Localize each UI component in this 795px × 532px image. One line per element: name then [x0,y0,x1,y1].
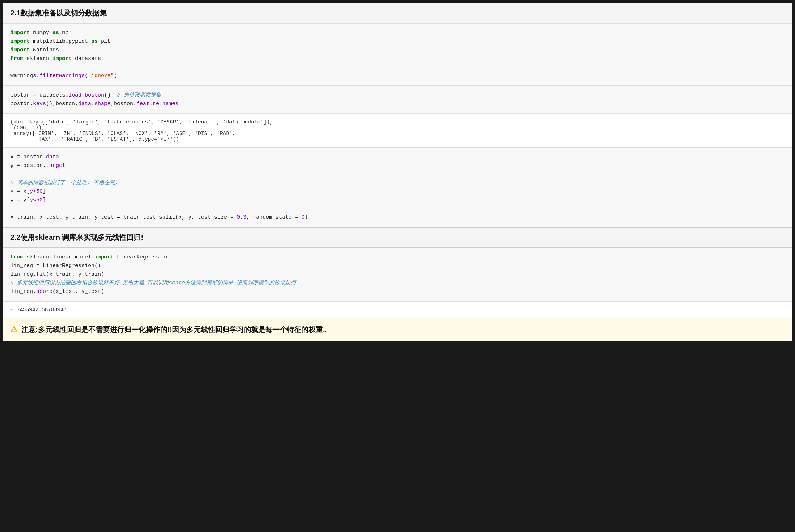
keyword: import [10,30,30,36]
code-text: boston. [10,101,33,107]
attribute: data [46,154,59,160]
warning-text: 注意:多元线性回归是不需要进行归一化操作的!!因为多元线性回归学习的就是每一个特… [21,325,327,335]
function: keys [33,101,46,107]
keyword: import [94,254,114,260]
code-text: ) [304,214,308,220]
comment: # 简单的对数据进行了一个处理. 不用在意. [10,180,118,186]
code-text: lin_reg. [10,289,36,295]
code-line: warnings.filterwarnings("ignore") [10,72,785,80]
code-line: import matplotlib.pyplot as plt [10,37,785,46]
attribute: data [78,101,91,107]
code-text: warnings [30,47,59,53]
attribute: feature_names [136,101,178,107]
attribute: y<50 [30,188,43,195]
code-line: boston.keys(),boston.data.shape,boston.f… [10,100,785,108]
code-line: lin_reg.score(x_test, y_test) [10,288,785,296]
notebook-container: 2.1数据集准备以及切分数据集 import numpy as np impor… [0,0,795,344]
code-text: ( [85,73,88,79]
code-text: x = x[ [10,188,30,195]
code-line: y = boston.target [10,162,785,170]
code-text: ,boston. [111,101,136,107]
code-line [10,63,785,72]
code-text: datasets [72,56,101,62]
code-line: # 多元线性回归没办法画图看拟合效果好不好,无伤大雅,可以调用score方法得到… [10,279,785,288]
code-text: sklearn.linear_model [23,254,94,260]
keyword: as [91,38,98,45]
code-text: LinearRegression [114,254,169,260]
warning-icon: ⚠ [10,325,18,334]
code-line: from sklearn.linear_model import LinearR… [10,253,785,262]
code-line: boston = datasets.load_boston() # 房价预测数据… [10,91,785,100]
output-cell-1: (dict_keys(['data', 'target', 'feature_n… [3,114,792,148]
function: load_boston [69,92,104,98]
code-line: y = y[y<50] [10,196,785,205]
code-text: y = boston. [10,163,46,169]
keyword: as [52,30,59,36]
code-cell-load-boston: boston = datasets.load_boston() # 房价预测数据… [3,86,792,114]
code-line: x_train, x_test, y_train, y_test = train… [10,213,785,222]
code-text: (x_test, y_test) [52,289,104,295]
code-line [10,205,785,213]
code-text: x_train, x_test, y_train, y_test = train… [10,214,237,220]
code-text: (x_train, y_train) [46,271,104,277]
code-text: () [104,92,117,98]
code-text: lin_reg = LinearRegression() [10,263,101,269]
comment: # 多元线性回归没办法画图看拟合效果好不好,无伤大雅,可以调用score方法得到… [10,280,296,286]
keyword: from [10,254,23,260]
code-text: ] [43,197,46,203]
keyword: import [52,56,72,62]
keyword: from [10,56,23,62]
number: 0 [301,214,304,220]
comment: # 房价预测数据集 [117,92,161,98]
code-cell-linear-regression: from sklearn.linear_model import LinearR… [3,248,792,302]
section1-title: 2.1数据集准备以及切分数据集 [10,9,107,17]
function: score [36,289,52,295]
code-text: , random_state = [246,214,301,220]
string: "ignore" [88,73,114,79]
function: fit [36,271,46,277]
code-text: numpy [30,30,52,36]
code-cell-imports: import numpy as np import matplotlib.pyp… [3,23,792,86]
section2-title: 2.2使用sklearn 调库来实现多元线性回归! [10,233,143,241]
code-line: import numpy as np [10,29,785,37]
section2-header: 2.2使用sklearn 调库来实现多元线性回归! [3,227,792,248]
attribute: shape [94,101,111,107]
code-line: lin_reg.fit(x_train, y_train) [10,270,785,279]
code-text: boston = datasets. [10,92,69,98]
code-line: import warnings [10,46,785,55]
keyword: import [10,47,30,53]
code-text: x = boston. [10,154,46,160]
code-text: matplotlib.pyplot [30,38,91,45]
code-text: lin_reg. [10,271,36,277]
attribute: target [46,163,65,169]
code-text: np [59,30,69,36]
code-cell-data-prep: x = boston.data y = boston.target # 简单的对… [3,148,792,227]
code-line: lin_reg = LinearRegression() [10,262,785,270]
code-text: ) [114,73,117,79]
code-line [10,170,785,179]
code-text: ] [43,188,46,195]
code-text: warnings. [10,73,39,79]
code-line: x = x[y<50] [10,187,785,196]
code-line: x = boston.data [10,153,785,162]
attribute: y<50 [30,197,43,203]
code-text: y = y[ [10,197,30,203]
code-line: # 简单的对数据进行了一个处理. 不用在意. [10,179,785,187]
section1-header: 2.1数据集准备以及切分数据集 [3,3,792,23]
code-text: . [91,101,94,107]
number: 0.3 [237,214,246,220]
output-cell-2: 0.7455942658788947 [3,302,792,318]
code-line: from sklearn import datasets [10,55,785,63]
warning-cell: ⚠ 注意:多元线性回归是不需要进行归一化操作的!!因为多元线性回归学习的就是每一… [3,318,792,341]
keyword: import [10,38,30,45]
code-text: sklearn [23,56,52,62]
function: filterwarnings [39,73,85,79]
code-text: plt [98,38,111,45]
code-text: (),boston. [46,101,78,107]
